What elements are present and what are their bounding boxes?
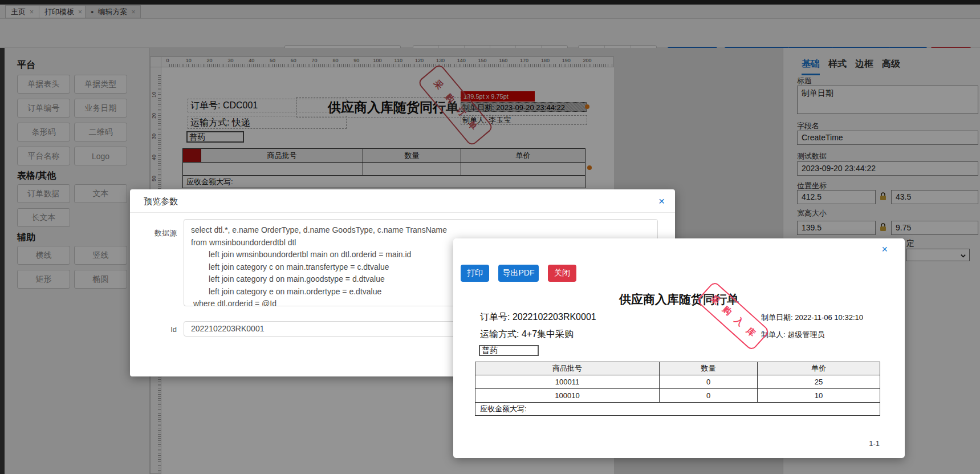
modal-title: 预览参数	[144, 196, 178, 207]
preview-doc-title: 供应商入库随货同行单	[475, 291, 883, 307]
preview-create-date: 制单日期: 2022-11-06 10:32:10	[761, 313, 863, 323]
preview-data-table: 商品批号 数量 单价 100011025100010010应收金额大写:	[475, 362, 880, 416]
preview-goods-type: 普药	[479, 345, 539, 356]
preview-transport: 运输方式: 4+7集中采购	[480, 329, 574, 341]
close-icon[interactable]: ×	[658, 196, 665, 206]
column-header: 单价	[758, 362, 880, 375]
column-header: 商品批号	[475, 362, 660, 375]
table-row: 100011025	[475, 375, 880, 389]
table-footer-cell: 应收金额大写:	[475, 403, 880, 416]
close-icon[interactable]: ×	[881, 244, 888, 255]
preview-order-no: 订单号: 2022102203RK0001	[480, 311, 596, 323]
close-button[interactable]: 关闭	[548, 265, 576, 282]
table-footer-row: 应收金额大写:	[475, 403, 880, 416]
table-cell: 100010	[475, 389, 660, 403]
preview-creator: 制单人: 超级管理员	[761, 330, 824, 340]
column-header: 数量	[660, 362, 758, 375]
table-cell: 25	[758, 375, 880, 389]
page-indicator: 1-1	[869, 439, 880, 448]
modal-header: 预览参数 ×	[130, 189, 675, 213]
print-button[interactable]: 打印	[461, 265, 489, 282]
print-preview-modal: × 打印 导出PDF 关闭 供应商入库随货同行单 订单号: 2022102203…	[453, 238, 905, 458]
table-cell: 0	[660, 375, 758, 389]
export-pdf-button[interactable]: 导出PDF	[498, 265, 539, 282]
table-cell: 100011	[475, 375, 660, 389]
table-cell: 0	[660, 389, 758, 403]
datasource-label: 数据源	[143, 228, 177, 238]
table-cell: 10	[758, 389, 880, 403]
print-template-designer: 主页 × 打印模板 × ● 编辑方案 × 入库随货同行单（列表式）【带 A3 A…	[0, 0, 980, 474]
id-label: Id	[143, 325, 177, 334]
table-row: 100010010	[475, 389, 880, 403]
